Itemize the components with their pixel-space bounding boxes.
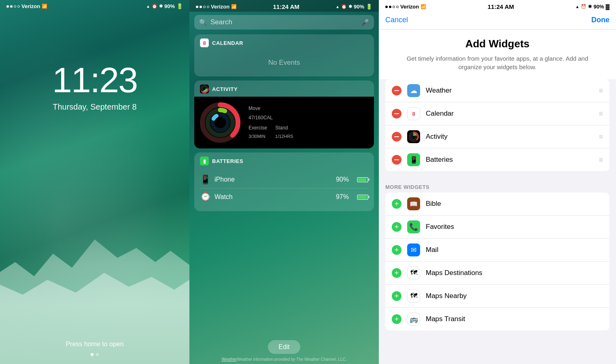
add-maps-transit-button[interactable]: +: [392, 314, 401, 324]
activity-app-icon: [407, 130, 420, 143]
notif-dot-1: [196, 6, 198, 8]
weather-app-icon: ☁: [407, 84, 420, 97]
notif-carrier: Verizon: [211, 4, 229, 10]
widget-item-maps-destinations[interactable]: + 🗺 Maps Destinations: [385, 262, 610, 285]
widget-item-weather[interactable]: ☁ Weather ≡: [385, 79, 610, 102]
w-dot-3: [393, 6, 395, 8]
notif-status-left: Verizon 📶: [196, 4, 237, 10]
add-maps-nearby-button[interactable]: +: [392, 291, 401, 301]
add-bible-button[interactable]: +: [392, 199, 401, 209]
page-indicator: [91, 353, 99, 356]
activity-move-label: Move: [249, 106, 368, 111]
activity-move-value: 47/160CAL: [249, 111, 368, 122]
calendar-no-events: No Events: [194, 51, 374, 76]
done-button[interactable]: Done: [591, 16, 610, 24]
signal-dot-2: [10, 5, 13, 8]
lock-status-left: Verizon 📶: [6, 3, 47, 9]
notif-scroll-area[interactable]: 8 CALENDAR No Events: [189, 33, 379, 337]
widget-item-maps-transit[interactable]: + 🚌 Maps Transit: [385, 308, 610, 330]
remove-weather-button[interactable]: [392, 86, 401, 95]
notification-center: Verizon 📶 11:24 AM ▲ ⏰ ✱ 90% 🔋 🔍 Search …: [189, 0, 379, 364]
notif-alarm-icon: ⏰: [341, 4, 347, 9]
maps-destinations-app-name: Maps Destinations: [426, 269, 603, 277]
more-widgets-list: + 📖 Bible + 📞 Favorites + ✉ Mail + 🗺 Map…: [385, 193, 610, 330]
activity-stand-label: Stand: [275, 125, 293, 131]
iphone-battery-bar: [357, 177, 368, 182]
activity-exercise-value: 3/30MIN: [249, 131, 267, 140]
w-dot-2: [389, 6, 391, 8]
watch-percent: 97%: [336, 193, 349, 201]
iphone-percent: 90%: [336, 176, 349, 183]
widgets-alarm-icon: ⏰: [581, 4, 586, 9]
lock-status-bar: Verizon 📶 ▲ ⏰ ✱ 90% 🔋: [0, 0, 189, 11]
activity-move-row: Move 47/160CAL: [249, 106, 368, 122]
remove-batteries-button[interactable]: [392, 155, 401, 165]
widget-item-favorites[interactable]: + 📞 Favorites: [385, 216, 610, 239]
search-bar[interactable]: 🔍 Search 🎤: [194, 15, 374, 30]
activity-bottom-row: Exercise 3/30MIN Stand 1/12HRS: [249, 125, 368, 140]
edit-button[interactable]: Edit: [268, 340, 300, 354]
add-favorites-button[interactable]: +: [392, 222, 401, 232]
notif-status-right: ▲ ⏰ ✱ 90% 🔋: [336, 4, 372, 10]
activity-widget-body: Move 47/160CAL Exercise 3/30MIN: [194, 97, 374, 148]
activity-stand-col: Stand 1/12HRS: [275, 125, 293, 140]
active-widgets-list: ☁ Weather ≡ 8 Calendar ≡: [385, 79, 610, 171]
mail-app-name: Mail: [426, 246, 603, 254]
favorites-app-icon: 📞: [407, 220, 420, 233]
batteries-drag-handle[interactable]: ≡: [599, 156, 603, 164]
widget-item-activity[interactable]: Activity ≡: [385, 125, 610, 148]
notif-signal-dots: [196, 6, 209, 8]
widget-item-calendar[interactable]: 8 Calendar ≡: [385, 102, 610, 125]
watch-icon: ⌚: [200, 192, 210, 202]
weather-app-name: Weather: [426, 87, 593, 95]
calendar-drag-handle[interactable]: ≡: [599, 110, 603, 118]
maps-transit-app-icon: 🚌: [407, 313, 420, 326]
widgets-signal-dots: [385, 6, 399, 8]
search-icon: 🔍: [199, 19, 207, 26]
signal-dots: [6, 5, 20, 8]
iphone-battery-outer: [357, 177, 368, 182]
widgets-location-icon: ▲: [576, 4, 580, 9]
add-mail-button[interactable]: +: [392, 245, 401, 255]
widget-item-maps-nearby[interactable]: + 🗺 Maps Nearby: [385, 285, 610, 308]
add-maps-destinations-button[interactable]: +: [392, 268, 401, 278]
bluetooth-icon: ✱: [159, 4, 163, 9]
widget-item-mail[interactable]: + ✉ Mail: [385, 239, 610, 262]
activity-exercise-col: Exercise 3/30MIN: [249, 125, 267, 140]
iphone-name: iPhone: [215, 176, 331, 183]
widgets-header: Add Widgets Get timely information from …: [379, 30, 616, 79]
remove-calendar-button[interactable]: [392, 109, 401, 119]
widget-item-bible[interactable]: + 📖 Bible: [385, 193, 610, 216]
weather-drag-handle[interactable]: ≡: [599, 87, 603, 95]
batteries-widget-title: BATTERIES: [212, 158, 243, 164]
wifi-icon: 📶: [42, 4, 47, 9]
remove-activity-button[interactable]: [392, 132, 401, 142]
activity-widget-title: ACTIVITY: [212, 86, 238, 92]
iphone-battery-fill: [358, 178, 366, 181]
watch-battery-item: ⌚ Watch 97%: [200, 188, 368, 205]
press-home-label[interactable]: Press home to open: [66, 341, 123, 348]
lock-time: 11:23: [52, 59, 137, 101]
more-widgets-header: MORE WIDGETS: [379, 178, 616, 193]
widgets-status-left: Verizon 📶: [385, 4, 426, 10]
maps-nearby-app-name: Maps Nearby: [426, 292, 603, 300]
activity-icon: [200, 85, 209, 93]
watch-battery-bar: [357, 195, 368, 200]
battery-icon: 🔋: [176, 3, 183, 9]
widget-item-batteries[interactable]: 📱 Batteries ≡: [385, 148, 610, 171]
widgets-status-right: ▲ ⏰ ✱ 90% ▓: [576, 4, 610, 10]
battery-percent: 90%: [164, 3, 175, 9]
alarm-icon: ⏰: [152, 4, 157, 9]
cancel-button[interactable]: Cancel: [385, 16, 408, 24]
notif-dot-4: [207, 6, 209, 8]
microphone-icon[interactable]: 🎤: [361, 19, 369, 26]
notif-dot-3: [203, 6, 206, 8]
calendar-widget: 8 CALENDAR No Events: [194, 34, 374, 76]
carrier-label: Verizon: [21, 3, 40, 9]
widgets-status-bar: Verizon 📶 11:24 AM ▲ ⏰ ✱ 90% ▓: [379, 0, 616, 12]
notif-location-icon: ▲: [336, 4, 340, 9]
activity-drag-handle[interactable]: ≡: [599, 133, 603, 141]
widgets-scroll-area[interactable]: Add Widgets Get timely information from …: [379, 30, 616, 364]
search-label: Search: [210, 18, 361, 26]
calendar-widget-title: CALENDAR: [212, 40, 243, 46]
